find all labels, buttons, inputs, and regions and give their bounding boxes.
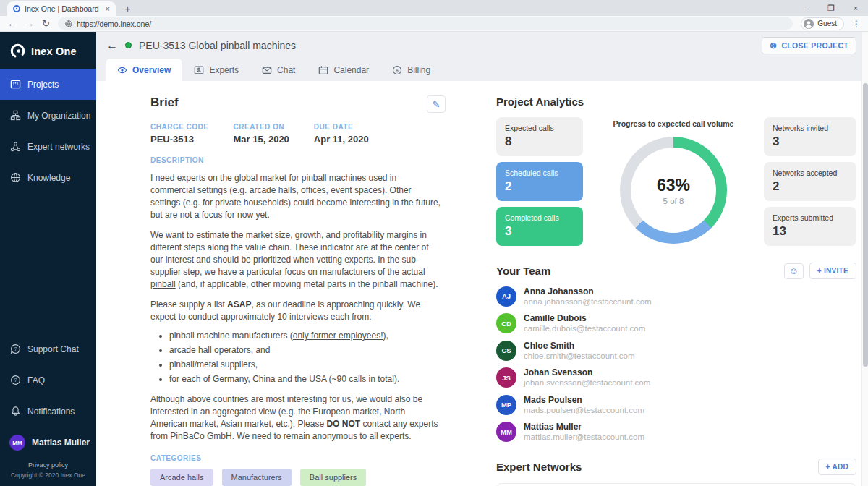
profile-button[interactable]: Guest [801,17,844,30]
description-bullet-list: pinball machine manufacturers (only form… [169,330,487,385]
tab-experts[interactable]: Experts [183,59,250,81]
tab-label: Experts [209,65,239,75]
field-created-on: CREATED ON Mar 15, 2020 [234,123,289,145]
stat-label: Networks accepted [773,169,848,177]
inexone-logo-icon [9,43,26,59]
close-project-button[interactable]: ⊗ CLOSE PROJECT [762,37,856,54]
tab-label: Billing [407,65,430,75]
team-member-row[interactable]: MM Mattias Muller mattias.muller@testacc… [496,422,856,442]
sidebar-item-faq[interactable]: ? FAQ [0,364,96,396]
back-icon[interactable]: ← [7,19,17,28]
avatar: AJ [496,286,516,307]
stat-label: Scheduled calls [505,169,574,177]
member-email: mads.poulsen@testaccount.com [524,405,644,415]
tab-calendar[interactable]: Calendar [307,59,380,81]
close-circle-icon: ⊗ [770,41,777,50]
avatar: CD [496,313,516,333]
team-chat-button[interactable]: ☺ [784,263,804,279]
avatar: JS [496,367,516,388]
window-maximize-icon[interactable]: ❐ [819,4,843,13]
tab-chat[interactable]: Chat [251,59,306,81]
expert-networks-header: Expert Networks + ADD [496,459,856,475]
sidebar-item-notifications[interactable]: Notifications [0,396,96,427]
description-paragraph: We want to estimate the market size, gro… [150,229,443,291]
sidebar-item-projects[interactable]: Projects [0,69,96,100]
url-bar[interactable]: https://demo.inex.one/ [58,17,793,30]
sidebar-item-label: My Organization [27,111,90,121]
sidebar-spacer [0,193,96,333]
expert-network-card [496,483,856,486]
window-close-icon[interactable]: × [843,4,868,12]
sidebar-item-my-organization[interactable]: My Organization [0,100,96,131]
stat-networks-accepted: Networks accepted 2 [764,162,856,201]
stat-value: 3 [505,224,574,239]
browser-tab[interactable]: Inex One | Dashboard × [7,1,116,16]
back-button[interactable]: ← [106,39,118,52]
team-member-row[interactable]: MP Mads Poulsen mads.poulsen@testaccount… [496,395,856,415]
reload-icon[interactable]: ↻ [42,19,50,28]
sidebar-user[interactable]: MM Mattias Muller [0,427,96,459]
stat-value: 2 [773,179,848,194]
field-value: Mar 15, 2020 [234,134,289,145]
page-scrollbar[interactable] [861,32,868,486]
member-email: johan.svensson@testaccount.com [524,378,650,388]
stat-scheduled-calls: Scheduled calls 2 [496,162,583,201]
globe-icon [10,172,21,183]
analytics-title: Project Analytics [496,95,856,108]
stat-label: Networks invited [773,124,848,132]
browser-menu-icon[interactable]: ⋮ [852,19,861,29]
scrollbar-thumb[interactable] [863,83,868,367]
category-tags: Arcade halls Manufacturers Ball supplier… [150,469,487,486]
field-label: CHARGE CODE [150,123,209,131]
analytics-section: Project Analytics Expected calls 8 Sched… [487,81,868,486]
category-tag: Arcade halls [150,469,213,486]
browser-tab-title: Inex One | Dashboard [25,4,101,13]
stat-networks-invited: Networks invited 3 [764,117,856,156]
sidebar-item-expert-networks[interactable]: Expert networks [0,131,96,162]
tab-overview[interactable]: Overview [106,59,182,81]
tab-billing[interactable]: $ Billing [381,59,441,81]
team-member-row[interactable]: CD Camille Dubois camille.dubois@testacc… [496,313,856,333]
sidebar-user-name: Mattias Muller [32,438,90,448]
categories-label: CATEGORIES [150,454,487,462]
avatar: CS [496,341,516,361]
team-title: Your Team [496,265,550,277]
svg-text:$: $ [396,67,399,73]
forward-icon[interactable]: → [25,19,34,28]
brand-logo[interactable]: Inex One [0,32,96,69]
sidebar-item-knowledge[interactable]: Knowledge [0,162,96,193]
sidebar-item-label: Knowledge [27,173,70,183]
category-tag: Manufacturers [222,469,292,486]
invite-button[interactable]: + INVITE [809,263,856,279]
team-member-row[interactable]: CS Chloe Smith chloe.smith@testaccount.c… [496,341,856,361]
description-paragraph: I need experts on the global market for … [150,172,443,221]
privacy-policy-link[interactable]: Privacy policy [0,461,96,469]
window-minimize-icon[interactable]: – [794,4,819,12]
donut-title: Progress to expected call volume [613,119,734,128]
stat-completed-calls: Completed calls 3 [496,207,583,246]
edit-brief-button[interactable]: ✎ [427,95,446,113]
stat-label: Experts submitted [773,213,848,222]
sidebar-footer: Privacy policy Copyright © 2020 Inex One [0,459,96,486]
new-tab-button[interactable]: + [124,1,131,16]
url-text[interactable]: https://demo.inex.one/ [77,20,151,28]
browser-tab-strip: Inex One | Dashboard × + – ❐ × [0,0,868,16]
stat-value: 8 [505,135,574,149]
tab-close-icon[interactable]: × [106,5,110,13]
eye-icon [117,65,127,75]
field-charge-code: CHARGE CODE PEU-3513 [150,123,209,145]
sidebar-item-label: Notifications [27,406,75,417]
brief-title: Brief [150,95,179,110]
donut-center: 63% 5 of 8 [620,137,727,244]
avatar: MM [9,435,25,451]
tab-label: Calendar [333,65,369,75]
bullet-item: pinball machine manufacturers (only form… [169,330,487,342]
team-member-row[interactable]: JS Johan Svensson johan.svensson@testacc… [496,367,856,388]
sidebar-item-support-chat[interactable]: ? Support Chat [0,333,96,364]
field-label: DUE DATE [314,123,369,131]
call-stat-cards: Expected calls 8 Scheduled calls 2 Compl… [496,117,583,246]
site-info-icon[interactable] [65,20,72,27]
bullet-item: for each of Germany, China and the USA (… [169,373,487,385]
team-member-row[interactable]: AJ Anna Johansson anna.johansson@testacc… [496,286,856,307]
add-network-button[interactable]: + ADD [818,459,856,475]
